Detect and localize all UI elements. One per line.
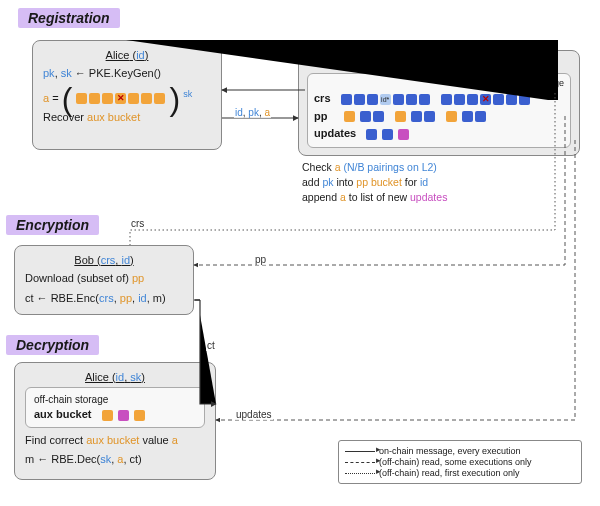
sc-n2f: id: [420, 176, 428, 188]
alice-dec-id: id: [116, 371, 125, 383]
sc-note-3: append a to list of new updates: [302, 190, 580, 205]
bob-pp: pp: [132, 272, 144, 284]
legend-box: on-chain message, every execution (off-c…: [338, 440, 582, 484]
sk-var: sk: [61, 67, 72, 79]
edge-label-updates: updates: [235, 409, 273, 420]
edge-label-ct: ct: [206, 340, 216, 351]
section-encryption-label: Encryption: [6, 215, 99, 235]
legend-l2-text: (off-chain) read, some executions only: [379, 457, 531, 467]
alice-reg-keygen: pk, sk ← PKE.KeyGen(): [43, 65, 211, 82]
alice-reg-recover: Recover aux bucket: [43, 109, 211, 126]
sc-n2d: pp bucket: [356, 176, 402, 188]
updates-row: updates: [314, 125, 564, 142]
offchain-storage-box: off-chain storage aux bucket: [25, 387, 205, 428]
offchain-label: off-chain storage: [34, 394, 196, 405]
aux-bucket-label: aux bucket: [34, 408, 91, 420]
legend-l3-text: (off-chain) read, first execution only: [379, 468, 519, 478]
section-decryption-label: Decryption: [6, 335, 99, 355]
bob-download: Download (subset of) pp: [25, 270, 183, 287]
crs-row: crs id*: [314, 90, 564, 107]
sk-superscript: sk: [183, 89, 192, 99]
smart-contract-box: Smart contract On-chain storage crs id* …: [298, 50, 580, 156]
alice-dec-find: Find correct aux bucket value a: [25, 432, 205, 449]
bob-title: Bob (crs, id): [25, 254, 183, 266]
alice-registration-box: Alice (id) pk, sk ← PKE.KeyGen() a = ( )…: [32, 40, 222, 150]
bob-crs2: crs: [99, 292, 114, 304]
recover-label: Recover: [43, 111, 87, 123]
bob-pp2: pp: [120, 292, 132, 304]
sc-n2e: for: [402, 176, 420, 188]
bob-id: id: [121, 254, 130, 266]
sc-n2c: into: [334, 176, 357, 188]
alice-dec-rbe: m ← RBE.Dec(sk, a, ct): [25, 451, 205, 468]
adr-a: m: [25, 453, 34, 465]
adr-d: , ct): [123, 453, 141, 465]
alice-dec-sk: sk: [130, 371, 141, 383]
aux-bucket-row: aux bucket: [34, 408, 196, 421]
bob-id2: id: [138, 292, 147, 304]
sc-note1-a: Check: [302, 161, 335, 173]
legend-row-3: (off-chain) read, first execution only: [345, 468, 575, 478]
bob-name: Bob: [74, 254, 94, 266]
el-id: id: [235, 107, 243, 118]
smart-contract-notes: Check a (N/B pairings on L2) add pk into…: [302, 160, 580, 206]
adf-b: aux bucket: [86, 434, 139, 446]
bob-ct-line: ct ← RBE.Enc(crs, pp, id, m): [25, 290, 183, 307]
close-paren-icon: ): [169, 80, 180, 116]
legend-dashed-icon: [345, 462, 375, 463]
legend-l1-text: on-chain message, every execution: [379, 446, 521, 456]
sc-note1-b: a: [335, 161, 341, 173]
alice-dec-box: Alice (id, sk) off-chain storage aux buc…: [14, 362, 216, 480]
bob-crs: crs: [101, 254, 116, 266]
pp-label: pp: [314, 110, 327, 122]
onchain-storage-box: On-chain storage crs id* pp updates: [307, 73, 571, 148]
bob-m: m: [153, 292, 162, 304]
legend-solid-icon: [345, 451, 375, 452]
sc-n3d: updates: [410, 191, 447, 203]
bob-close: ): [162, 292, 166, 304]
idstar-label: id*: [380, 94, 391, 105]
sc-note1-pairings: (N/B pairings on L2): [343, 161, 436, 173]
crs-label: crs: [314, 92, 331, 104]
bob-ct-a: ct ← RBE.Enc(: [25, 292, 99, 304]
alice-reg-title-name: Alice: [106, 49, 130, 61]
bob-box: Bob (crs, id) Download (subset of) pp ct…: [14, 245, 194, 315]
legend-dotted-icon: [345, 473, 375, 474]
adr-b: ← RBE.Dec(: [34, 453, 100, 465]
alice-reg-a-eq: a = ( ) sk: [43, 88, 211, 106]
alice-dec-name: Alice: [85, 371, 109, 383]
onchain-label: On-chain storage: [314, 78, 564, 88]
adf-d: a: [172, 434, 178, 446]
alice-reg-id: id: [136, 49, 145, 61]
aux-bucket-text: aux bucket: [87, 111, 140, 123]
edge-label-pp: pp: [254, 254, 267, 265]
sc-note-1: Check a (N/B pairings on L2): [302, 160, 580, 175]
adf-a: Find correct: [25, 434, 86, 446]
el-pk: pk: [248, 107, 259, 118]
updates-label: updates: [314, 127, 356, 139]
sc-n3c: to list of new: [346, 191, 410, 203]
sc-note-2: add pk into pp bucket for id: [302, 175, 580, 190]
smart-contract-title: Smart contract: [307, 57, 571, 69]
alice-dec-title: Alice (id, sk): [25, 371, 205, 383]
section-registration-label: Registration: [18, 8, 120, 28]
el-a: a: [264, 107, 270, 118]
alice-bucket-strip: [75, 91, 169, 103]
sc-n2a: add: [302, 176, 322, 188]
edge-label-crs: crs: [130, 218, 145, 229]
sc-n3a: append: [302, 191, 340, 203]
keygen-rest: ← PKE.KeyGen(): [72, 67, 161, 79]
pk-var: pk: [43, 67, 55, 79]
adr-sk: sk: [100, 453, 111, 465]
sc-n2b: pk: [322, 176, 333, 188]
edge-label-reg: id, pk, a: [234, 107, 271, 118]
pp-row: pp: [314, 108, 564, 125]
eq-sign: =: [49, 91, 62, 103]
alice-reg-title: Alice (id): [43, 49, 211, 61]
adf-c: value: [139, 434, 171, 446]
bob-dl-text: Download (subset of): [25, 272, 132, 284]
